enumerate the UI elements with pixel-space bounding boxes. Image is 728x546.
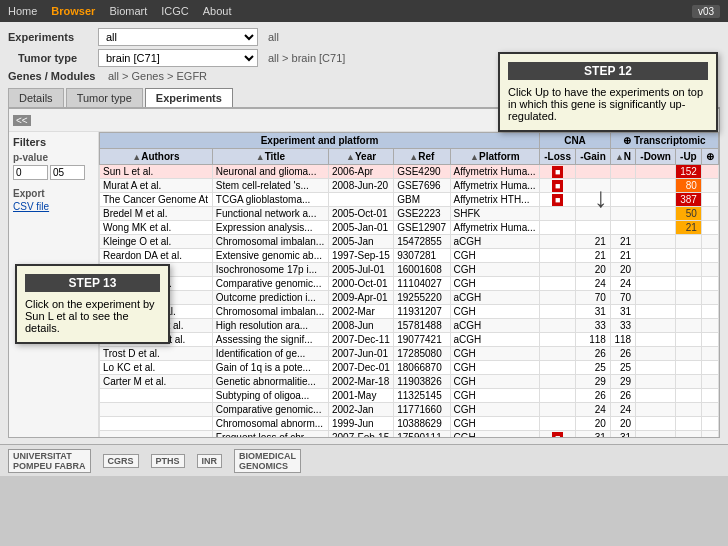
detail-cell [701, 417, 718, 431]
year-cell: 2007-Dec-11 [328, 333, 393, 347]
nav-icgc[interactable]: ICGC [161, 5, 189, 17]
table-row[interactable]: Frequent loss of chr... 2007-Feb-15 1759… [100, 431, 719, 439]
table-row[interactable]: Comparative genomic... 2002-Jan 11771660… [100, 403, 719, 417]
th-platform[interactable]: ▲Platform [450, 149, 540, 165]
up-cell [675, 291, 701, 305]
filters-title: Filters [13, 136, 94, 148]
logo-cgrs: CGRS [103, 454, 139, 468]
nav-about[interactable]: About [203, 5, 232, 17]
title-cell: Chromosomal imbalan... [212, 305, 328, 319]
table-row[interactable]: Bredel M et al. Functional network a... … [100, 207, 719, 221]
table-row[interactable]: Reardon DA et al. Extensive genomic ab..… [100, 249, 719, 263]
th-up[interactable]: -Up [675, 149, 701, 165]
detail-cell [701, 375, 718, 389]
title-cell: Chromosomal imbalan... [212, 235, 328, 249]
detail-cell [701, 403, 718, 417]
table-row[interactable]: Lo KC et al. Gain of 1q is a pote... 200… [100, 361, 719, 375]
step12-title: STEP 12 [508, 62, 708, 80]
table-row[interactable]: Pan E et al. Isochronosome 17p i... 2005… [100, 263, 719, 277]
table-row[interactable]: Baroukhim R et al. Assessing the signif.… [100, 333, 719, 347]
ref-cell: 17590111 [394, 431, 450, 439]
title-cell: Neuronal and glioma... [212, 165, 328, 179]
detail-cell [701, 333, 718, 347]
gain-cell: 24 [576, 277, 611, 291]
experiments-filter-row: Experiments all all [8, 28, 720, 46]
table-row[interactable]: Kleinge O et al. Chromosomal imbalan... … [100, 235, 719, 249]
authors-cell [100, 431, 213, 439]
platform-cell: CGH [450, 389, 540, 403]
th-title[interactable]: ▲Title [212, 149, 328, 165]
tab-tumortype[interactable]: Tumor type [66, 88, 143, 107]
up-cell [675, 277, 701, 291]
tumortype-select[interactable]: brain [C71] [98, 49, 258, 67]
ref-cell: 9307281 [394, 249, 450, 263]
th-down[interactable]: -Down [636, 149, 676, 165]
year-cell: 2005-Jul-01 [328, 263, 393, 277]
title-cell: Functional network a... [212, 207, 328, 221]
table-row[interactable]: McCabe MG et al. High resolution ara... … [100, 319, 719, 333]
year-cell: 2005-Oct-01 [328, 207, 393, 221]
table-row[interactable]: Subtyping of oligoa... 2001-May 11325145… [100, 389, 719, 403]
table-row[interactable]: Wong MK et al. Expression analysis... 20… [100, 221, 719, 235]
down-cell [636, 291, 676, 305]
ref-cell: 11903826 [394, 375, 450, 389]
th-year[interactable]: ▲Year [328, 149, 393, 165]
experiments-select[interactable]: all [98, 28, 258, 46]
year-cell: 2002-Mar-18 [328, 375, 393, 389]
tab-experiments[interactable]: Experiments [145, 88, 233, 107]
authors-cell: Carter M et al. [100, 375, 213, 389]
table-row[interactable]: Carter M et al. Genetic abnormalitie... … [100, 375, 719, 389]
table-row[interactable]: Sun L et al. Neuronal and glioma... 2006… [100, 165, 719, 179]
ref-cell: GSE7696 [394, 179, 450, 193]
n-cell: 26 [610, 389, 635, 403]
ref-cell: 17285080 [394, 347, 450, 361]
table-row[interactable]: Murat A et al. Stem cell-related 's... 2… [100, 179, 719, 193]
arrow-down-icon: ↓ [594, 182, 608, 214]
detail-cell [701, 431, 718, 439]
up-cell [675, 249, 701, 263]
detail-cell [701, 291, 718, 305]
table-row[interactable]: Trost D et al. Identification of ge... 2… [100, 347, 719, 361]
up-cell: 152 [675, 165, 701, 179]
table-row[interactable]: Chromosomal abnorm... 1999-Jun 10388629 … [100, 417, 719, 431]
ref-cell: GSE2223 [394, 207, 450, 221]
th-gain[interactable]: -Gain [576, 149, 611, 165]
table-row[interactable]: Pfister S et al. Outcome prediction i...… [100, 291, 719, 305]
th-loss[interactable]: -Loss [540, 149, 576, 165]
tab-details[interactable]: Details [8, 88, 64, 107]
up-cell [675, 235, 701, 249]
down-cell [636, 165, 676, 179]
authors-cell [100, 417, 213, 431]
pvalue-from[interactable] [13, 165, 48, 180]
csv-link[interactable]: CSV file [13, 201, 94, 212]
table-row[interactable]: The Cancer Genome At TCGA glioblastoma..… [100, 193, 719, 207]
data-table-wrap: Experiment and platform CNA ⊕ Transcript… [99, 132, 719, 438]
year-cell: 2009-Apr-01 [328, 291, 393, 305]
down-cell [636, 389, 676, 403]
title-cell: Frequent loss of chr... [212, 431, 328, 439]
down-cell [636, 347, 676, 361]
nav-browser[interactable]: Browser [51, 5, 95, 17]
detail-cell [701, 263, 718, 277]
th-detail[interactable]: ⊕ [701, 149, 718, 165]
gain-cell: 25 [576, 361, 611, 375]
pvalue-to[interactable] [50, 165, 85, 180]
gain-cell: 20 [576, 263, 611, 277]
cna-header: CNA [540, 133, 611, 149]
collapse-button[interactable]: << [13, 115, 31, 126]
table-row[interactable]: Rickert CH et al. Chromosomal imbalan...… [100, 305, 719, 319]
th-ref[interactable]: ▲Ref [394, 149, 450, 165]
th-n[interactable]: ▲N [610, 149, 635, 165]
nav-home[interactable]: Home [8, 5, 37, 17]
ref-cell: 19077421 [394, 333, 450, 347]
ref-cell: GSE12907 [394, 221, 450, 235]
platform-cell: CGH [450, 347, 540, 361]
th-authors[interactable]: ▲Authors [100, 149, 213, 165]
nav-biomart[interactable]: Biomart [109, 5, 147, 17]
table-row[interactable]: Zheng PP et al. Comparative genomic... 2… [100, 277, 719, 291]
title-cell: Chromosomal abnorm... [212, 417, 328, 431]
tumortype-breadcrumb: all > brain [C71] [268, 52, 345, 64]
gain-cell: 31 [576, 431, 611, 439]
exp-platform-header: Experiment and platform [100, 133, 540, 149]
n-cell [610, 179, 635, 193]
